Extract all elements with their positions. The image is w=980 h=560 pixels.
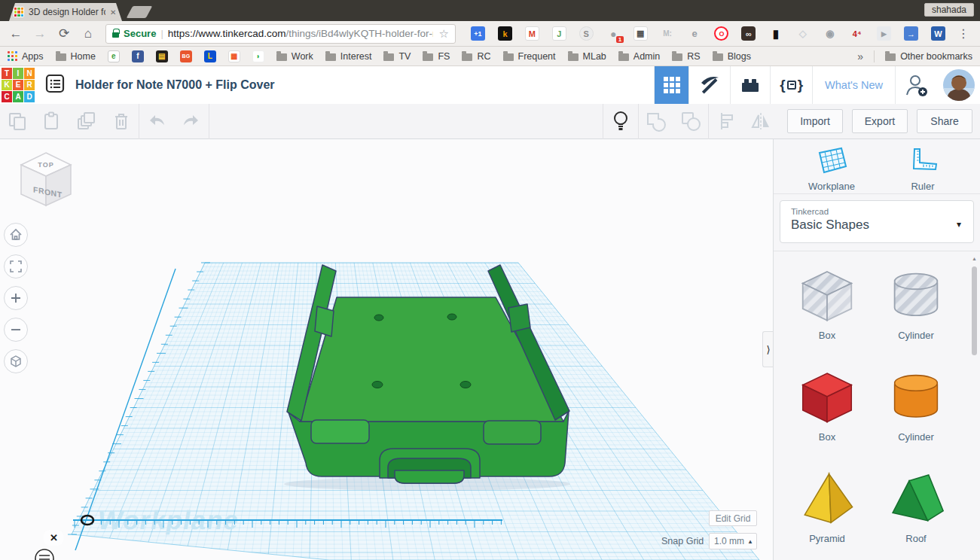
bookmarks-overflow-icon[interactable]: » [857,50,863,62]
extension-icon[interactable]: ▮ [768,26,783,41]
dashboard-grid-button[interactable] [654,66,688,104]
notification-bell-icon[interactable]: ●1 [606,26,621,41]
perspective-toggle-button[interactable] [4,349,28,373]
extension-icon[interactable]: W [931,26,945,41]
import-button[interactable]: Import [787,109,843,133]
invite-user-button[interactable] [895,66,938,104]
back-button[interactable]: ← [6,26,26,41]
bookmark-favicon[interactable]: e [108,50,120,62]
minecraft-export-button[interactable] [688,66,730,104]
bookmark-folder[interactable]: MLab [568,51,606,62]
bookmark-folder[interactable]: RS [672,51,700,62]
user-avatar[interactable] [938,66,980,104]
workplane-canvas[interactable]: Workplane ✕ [0,139,773,560]
view-cube[interactable]: TOP FRONT [17,150,75,213]
align-button[interactable] [709,104,743,139]
shape-hole-box[interactable]: Box [786,265,869,341]
bookmark-folder[interactable]: Work [276,51,313,62]
forward-button[interactable]: → [30,26,50,41]
extension-icon[interactable]: ◉ [823,26,837,41]
shape-orange-cylinder[interactable]: Cylinder [875,367,957,443]
scroll-up-icon[interactable]: ▲ [972,256,977,261]
bookmark-folder[interactable]: Home [56,51,96,62]
whats-new-link[interactable]: What's New [812,66,895,104]
zoom-in-button[interactable] [4,286,28,310]
bookmark-star-icon[interactable]: ☆ [439,27,449,41]
mirror-button[interactable] [743,104,778,139]
zoom-out-button[interactable] [4,318,28,342]
bookmark-folder[interactable]: FS [423,51,450,62]
edit-grid-button[interactable]: Edit Grid [709,510,757,526]
share-button[interactable]: Share [917,109,972,133]
scrollbar-thumb[interactable] [972,266,977,355]
canvas-corner-icon[interactable] [35,549,53,560]
dropdown-brand-label: Tinkercad [791,207,963,216]
extension-icon[interactable]: J [552,26,566,41]
bookmark-favicon[interactable]: BG [180,50,192,62]
bookmark-folder[interactable]: Frequent [503,51,556,62]
shape-hole-cylinder[interactable]: Cylinder [875,265,957,341]
browser-menu-icon[interactable]: ⋮ [953,26,974,41]
new-tab-button[interactable] [127,6,153,18]
home-button[interactable]: ⌂ [78,26,98,41]
ruler-tool[interactable]: Ruler [889,145,957,192]
duplicate-button[interactable] [69,104,104,139]
url-text[interactable]: https://www.tinkercad.com/things/iBd4wly… [168,28,433,39]
bookmark-favicon[interactable]: ◗ [252,50,264,62]
extension-icon[interactable]: ▶ [877,26,891,41]
export-button[interactable]: Export [852,109,908,133]
other-bookmarks-folder[interactable]: Other bookmarks [885,51,972,62]
extension-icon[interactable]: S [579,26,594,41]
tinkercad-logo[interactable]: TIN KER CAD [2,68,35,102]
bookmark-folder[interactable]: RC [462,51,490,62]
shape-label: Cylinder [875,330,957,341]
extension-icon[interactable]: +1 [471,26,485,41]
adjust-button[interactable] [603,104,638,139]
fit-view-button[interactable] [4,254,28,278]
tab-close-icon[interactable]: ✕ [110,8,116,17]
bookmark-folder[interactable]: Interest [325,51,372,62]
undo-button[interactable] [139,104,174,139]
reload-button[interactable]: ⟳ [54,26,74,41]
extension-icon[interactable]: → [904,26,918,41]
browser-tab[interactable]: 3D design Holder fo ✕ [9,3,122,21]
sidebar-collapse-handle[interactable]: ⟩ [762,331,774,367]
group-button[interactable] [639,104,673,139]
extension-icon[interactable]: O [714,26,728,41]
codeblocks-button[interactable]: {} [770,66,812,104]
extension-icon[interactable]: M [525,26,539,41]
extension-icon[interactable]: ◇ [795,26,810,41]
extension-icon[interactable]: e [688,26,702,41]
extension-icon[interactable]: ▦ [633,26,648,41]
extension-icon[interactable]: ∞ [741,26,756,41]
workplane-tool[interactable]: Workplane [798,145,866,192]
extension-icon[interactable]: M: [661,26,675,41]
extension-icon[interactable]: k [498,26,512,41]
redo-button[interactable] [174,104,209,139]
design-title[interactable]: Holder for Note N7000 + Flip Cover [75,78,275,92]
bookmark-folder[interactable]: Admin [618,51,660,62]
bookmark-favicon[interactable]: L [204,50,216,62]
brick-export-button[interactable] [730,66,770,104]
shape-roof[interactable]: Roof [875,468,957,544]
bookmark-favicon[interactable]: f [132,50,144,62]
bookmark-folder[interactable]: TV [383,51,411,62]
shape-category-dropdown[interactable]: Tinkercad Basic Shapes ▾ [780,200,974,243]
bookmark-favicon[interactable]: ▦ [228,50,240,62]
copy-button[interactable] [0,104,35,139]
shape-pyramid[interactable]: Pyramid [786,468,869,544]
snap-grid-select[interactable]: 1.0 mm▴ [709,533,757,549]
ungroup-button[interactable] [673,104,708,139]
shape-red-box[interactable]: Box [786,367,869,443]
gallery-scrollbar[interactable]: ▲ [972,257,978,557]
bookmark-favicon[interactable]: ▤ [156,50,168,62]
delete-button[interactable] [104,104,139,139]
apps-shortcut[interactable]: Apps [8,51,44,62]
home-view-button[interactable] [4,223,28,247]
address-bar[interactable]: Secure | https://www.tinkercad.com/thing… [105,24,456,44]
design-properties-icon[interactable] [45,74,65,96]
bookmark-folder[interactable]: Blogs [713,51,751,62]
viewcube-top-label[interactable]: TOP [38,161,53,169]
extension-icon[interactable]: 4⁴ [850,26,864,41]
paste-button[interactable] [35,104,69,139]
